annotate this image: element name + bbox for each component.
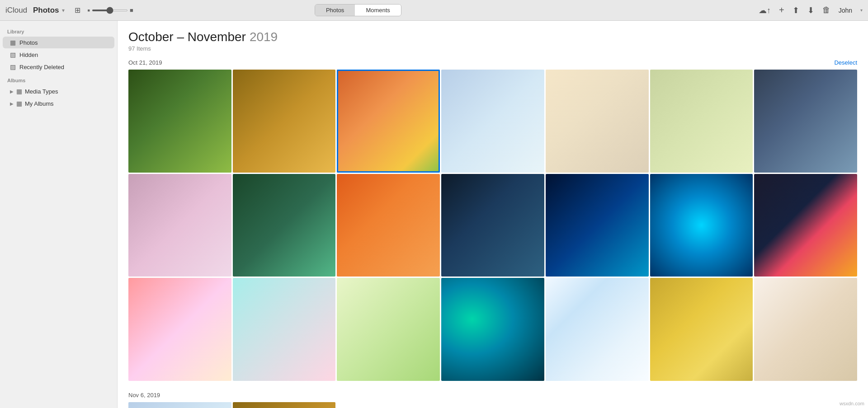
photo-grid-nov6: [128, 402, 857, 408]
topbar-actions: ☁↑ + ⬆ ⬇ 🗑 John ▾: [759, 5, 863, 15]
photo-cell[interactable]: [233, 174, 336, 277]
sidebar-item-media-types-label: Media Types: [25, 88, 58, 95]
sidebar-item-hidden-label: Hidden: [19, 52, 38, 58]
page-title-year: 2019: [250, 30, 278, 44]
sidebar-item-recently-deleted-label: Recently Deleted: [19, 64, 64, 70]
brand: iCloud Photos▾: [5, 6, 65, 15]
username-label[interactable]: John: [839, 7, 852, 14]
photo-cell[interactable]: [337, 174, 440, 277]
page-title-row: October – November2019: [128, 30, 857, 44]
photo-cell[interactable]: [233, 402, 336, 408]
media-types-arrow: ▶: [10, 89, 14, 94]
photo-cell[interactable]: [337, 278, 440, 381]
photo-cell[interactable]: [441, 174, 544, 277]
sidebar-item-hidden[interactable]: ▧ Hidden: [3, 49, 114, 61]
content-area: October – November2019 97 Items Oct 21, …: [118, 21, 868, 408]
date-label-nov6: Nov 6, 2019: [128, 392, 160, 399]
main-layout: Library ▦ Photos ▧ Hidden ▨ Recently Del…: [0, 21, 868, 408]
tab-photos[interactable]: Photos: [315, 5, 355, 16]
photo-cell[interactable]: [546, 174, 649, 277]
sidebar-item-photos[interactable]: ▦ Photos: [3, 37, 114, 48]
sidebar-item-media-types[interactable]: ▶ ▦ Media Types: [3, 85, 114, 97]
photo-cell[interactable]: [233, 278, 336, 381]
delete-icon[interactable]: 🗑: [822, 5, 830, 15]
nav-tabs: Photos Moments: [315, 4, 401, 16]
zoom-slider[interactable]: [92, 9, 128, 11]
add-icon[interactable]: +: [779, 5, 784, 15]
photo-cell[interactable]: [233, 70, 336, 173]
photo-cell[interactable]: [546, 278, 649, 381]
brand-chevron: ▾: [62, 7, 65, 14]
sidebar-item-my-albums-label: My Albums: [25, 100, 54, 107]
sidebar-item-recently-deleted[interactable]: ▨ Recently Deleted: [3, 61, 114, 73]
photo-cell[interactable]: [754, 278, 857, 381]
photo-cell[interactable]: [441, 70, 544, 173]
brand-icloud: iCloud: [5, 6, 27, 15]
download-icon[interactable]: ⬇: [807, 5, 814, 15]
brand-photos: Photos: [33, 6, 59, 15]
sidebar: Library ▦ Photos ▧ Hidden ▨ Recently Del…: [0, 21, 118, 408]
content-header: October – November2019 97 Items: [128, 30, 857, 52]
page-title: October – November: [128, 30, 246, 44]
watermark: wsxdn.com: [840, 401, 864, 406]
zoom-small-icon: ■: [88, 8, 90, 13]
photo-cell[interactable]: [754, 70, 857, 173]
topbar: iCloud Photos▾ ⊞ ■ ■ Photos Moments ☁↑ +…: [0, 0, 868, 21]
library-section-label: Library: [0, 24, 117, 36]
photo-cell[interactable]: [128, 174, 231, 277]
deselect-button[interactable]: Deselect: [834, 59, 857, 66]
date-group-nov6: Nov 6, 2019: [128, 392, 857, 408]
recently-deleted-icon: ▨: [10, 63, 16, 70]
media-types-icon: ▦: [16, 88, 22, 95]
photo-cell[interactable]: [650, 174, 753, 277]
sidebar-toggle-button[interactable]: ⊞: [75, 6, 80, 14]
sidebar-item-photos-label: Photos: [19, 39, 38, 46]
albums-section-label: Albums: [0, 73, 117, 85]
my-albums-arrow: ▶: [10, 101, 14, 106]
tab-moments[interactable]: Moments: [355, 5, 401, 16]
photo-cell[interactable]: [128, 278, 231, 381]
photo-cell[interactable]: [754, 174, 857, 277]
my-albums-icon: ▦: [16, 100, 22, 107]
photo-cell[interactable]: [441, 278, 544, 381]
item-count: 97 Items: [128, 45, 857, 52]
sidebar-item-my-albums[interactable]: ▶ ▦ My Albums: [3, 98, 114, 109]
share-icon[interactable]: ⬆: [793, 5, 799, 15]
photo-cell[interactable]: [337, 70, 440, 173]
photo-cell[interactable]: [128, 402, 231, 408]
photo-cell[interactable]: [546, 70, 649, 173]
date-row-nov6: Nov 6, 2019: [128, 392, 857, 399]
zoom-control: ■ ■: [88, 7, 133, 14]
photo-cell[interactable]: [128, 70, 231, 173]
hidden-icon: ▧: [10, 51, 16, 58]
photo-cell[interactable]: [650, 278, 753, 381]
upload-icon[interactable]: ☁↑: [759, 5, 771, 15]
zoom-large-icon: ■: [130, 7, 133, 14]
user-chevron: ▾: [860, 8, 863, 13]
photo-grid-oct21: [128, 70, 857, 381]
date-label-oct21: Oct 21, 2019: [128, 59, 162, 66]
date-group-oct21: Oct 21, 2019 Deselect: [128, 59, 857, 381]
photos-icon: ▦: [10, 39, 16, 46]
date-row-oct21: Oct 21, 2019 Deselect: [128, 59, 857, 66]
photo-cell[interactable]: [650, 70, 753, 173]
